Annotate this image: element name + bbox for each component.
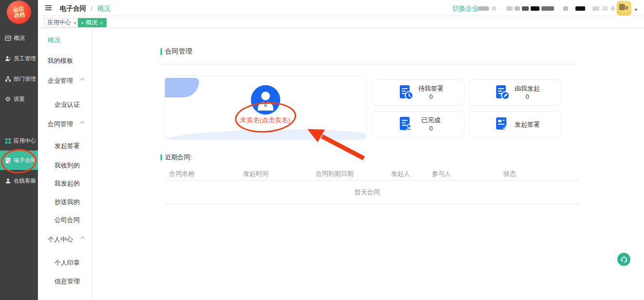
menu-item-company-mgmt[interactable]: 企业管理	[48, 76, 73, 85]
sidebar-item-label: 电子合同	[14, 157, 36, 164]
tab-label: 概况	[86, 19, 97, 27]
sidebar-item-label: 部门管理	[14, 75, 36, 83]
statcard-label: 由我发起	[511, 84, 544, 93]
menu-item-info-mgmt[interactable]: 信息管理	[54, 277, 80, 286]
statcard-label: 待我签署	[414, 84, 447, 93]
tab-app-center[interactable]: 应用中心 ×	[44, 18, 80, 27]
col-status: 状态	[503, 169, 516, 178]
redacted-text	[602, 6, 608, 11]
statcard-text: 待我签署 0	[414, 84, 447, 101]
main-content: 合同管理 未实名(点击实名) 待我签署 0	[93, 28, 644, 300]
redacted-text	[563, 6, 568, 11]
avatar-blur-detail	[625, 6, 628, 10]
section-accent-bar	[161, 48, 162, 55]
sidebar-item-settings[interactable]: ⚙ 设置	[0, 93, 38, 105]
menu-item-company-auth[interactable]: 企业认证	[54, 100, 80, 109]
statcard-text: 发起签署	[511, 120, 544, 129]
breadcrumb-page[interactable]: 概况	[97, 5, 110, 12]
sidebar-item-departments[interactable]: 部门管理	[0, 73, 38, 85]
decorative-wave	[164, 130, 366, 140]
col-initiator: 发起人	[391, 169, 410, 178]
doc-stamp-icon	[397, 115, 414, 133]
chevron-up-icon[interactable]	[80, 121, 85, 126]
logo-line2: 存档	[14, 11, 25, 19]
chevron-up-icon[interactable]	[80, 237, 85, 242]
gear-icon: ⚙	[4, 95, 11, 102]
headset-icon	[620, 256, 628, 263]
divider	[165, 180, 579, 181]
statcard-initiated-by-me[interactable]: 由我发起 0	[468, 79, 561, 106]
redacted-text	[478, 6, 489, 11]
redacted-text	[575, 6, 585, 11]
menu-item-initiate-sign[interactable]: 发起签署	[54, 142, 80, 150]
menu-item-received[interactable]: 我收到的	[54, 161, 80, 170]
section-title-text: 近期合同:	[165, 153, 192, 162]
statcard-value: 0	[414, 93, 447, 101]
statcard-start-signing[interactable]: 发起签署	[468, 111, 561, 137]
statcard-awaiting-my-signature[interactable]: 待我签署 0	[372, 79, 465, 106]
sidebar-item-e-contract[interactable]: 电子合同	[0, 150, 38, 170]
page-tabbar: 应用中心 × ● 概况 ×	[38, 16, 644, 28]
tab-close-icon[interactable]: ×	[100, 20, 103, 26]
redacted-text	[531, 6, 539, 11]
section-accent-bar	[161, 154, 162, 160]
statcard-text: 由我发起 0	[511, 84, 544, 101]
statcard-completed[interactable]: 已完成 0	[372, 111, 465, 137]
collapse-sidebar-icon[interactable]	[45, 4, 52, 13]
app-window: 会话 存档 概况 员工管理 部门管理 ⚙ 设置	[0, 0, 644, 300]
statcard-text: 已完成 0	[414, 116, 447, 132]
sidebar-item-online-support[interactable]: 在线客服	[0, 174, 38, 187]
redacted-text	[522, 6, 529, 11]
sidebar-item-label: 设置	[14, 95, 25, 103]
user-profile-icon[interactable]	[251, 85, 280, 114]
menu-item-personal-seal[interactable]: 个人印章	[54, 259, 80, 267]
statcard-label: 已完成	[414, 116, 447, 124]
menu-item-company-contracts[interactable]: 公司合同	[54, 216, 80, 225]
redacted-text	[592, 6, 599, 11]
switch-company-link[interactable]: 切换企业	[452, 4, 479, 13]
col-expiry-date: 合同到期日期	[316, 169, 354, 178]
support-agent-icon	[4, 177, 11, 184]
menu-item-my-templates[interactable]: 我的模板	[48, 56, 73, 65]
realname-card[interactable]: 未实名(点击实名)	[164, 75, 366, 140]
top-header: 电子合同 / 概况 切换企业 ▾	[38, 0, 644, 16]
sidebar-item-employees[interactable]: 员工管理	[0, 52, 38, 65]
secondary-sidebar: 概况 我的模板 企业管理 企业认证 合同管理 发起签署 我收到的 我发起的 抄送…	[38, 28, 92, 300]
chevron-up-icon[interactable]	[80, 78, 85, 83]
divider	[161, 64, 579, 64]
doc-edit-icon	[493, 84, 511, 101]
sidebar-item-label: 在线客服	[14, 177, 36, 185]
breadcrumb-app: 电子合同	[60, 5, 86, 12]
avatar-caret-down-icon[interactable]: ▾	[635, 7, 637, 12]
sidebar-item-app-center[interactable]: 应用中心	[0, 134, 38, 147]
menu-item-overview[interactable]: 概况	[48, 36, 60, 45]
dashboard-icon	[4, 35, 11, 41]
user-avatar[interactable]	[617, 1, 631, 16]
menu-item-initiated-by-me[interactable]: 我发起的	[54, 179, 80, 188]
menu-item-personal-center[interactable]: 个人中心	[48, 235, 73, 244]
section-title-recent-contracts: 近期合同:	[161, 153, 192, 162]
redacted-text	[541, 6, 554, 11]
sidebar-item-overview[interactable]: 概况	[0, 32, 38, 44]
section-title-text: 合同管理	[165, 47, 192, 56]
departments-icon	[4, 75, 11, 82]
decorative-blob	[165, 78, 199, 97]
statcard-value: 0	[511, 93, 544, 101]
redacted-text	[611, 6, 615, 11]
breadcrumb: 电子合同 / 概况	[60, 4, 110, 13]
tab-overview[interactable]: ● 概况 ×	[78, 18, 107, 27]
contract-icon	[4, 157, 11, 164]
menu-item-cc-to-me[interactable]: 抄送我的	[54, 198, 80, 206]
redacted-text	[515, 6, 520, 11]
realname-status-link[interactable]: 未实名(点击实名)	[164, 116, 366, 125]
statcard-label: 发起签署	[511, 120, 544, 129]
statcard-value: 0	[414, 124, 447, 132]
sidebar-item-label: 应用中心	[14, 137, 36, 145]
customer-service-button[interactable]	[617, 253, 630, 266]
tab-active-dot: ●	[81, 21, 83, 24]
doc-clock-icon	[397, 84, 414, 101]
menu-item-contract-mgmt[interactable]: 合同管理	[48, 120, 73, 129]
tab-close-icon[interactable]: ×	[73, 20, 76, 26]
empty-state-text: 暂无合同	[355, 188, 380, 197]
employees-icon	[4, 55, 11, 62]
